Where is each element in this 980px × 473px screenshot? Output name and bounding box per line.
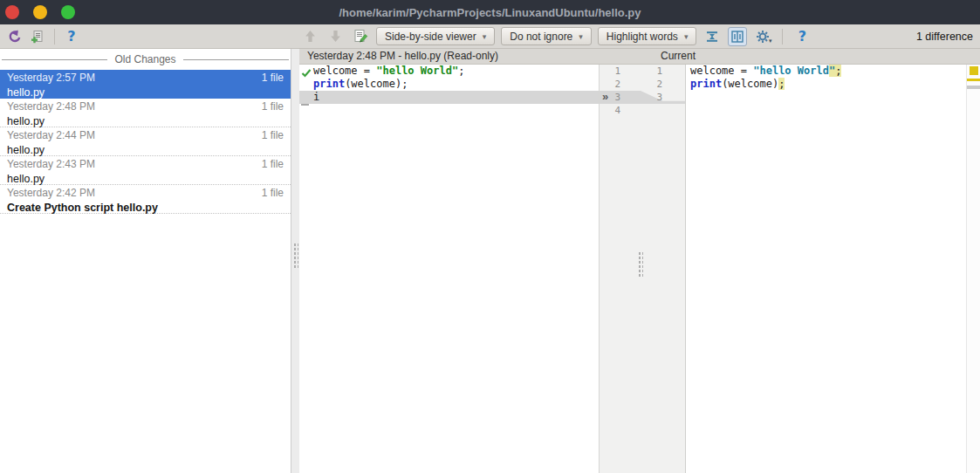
help-icon[interactable]: ? bbox=[62, 27, 81, 46]
inspection-status-icon[interactable] bbox=[970, 66, 978, 75]
chevron-down-icon: ▾ bbox=[579, 32, 583, 41]
code-token: ; bbox=[835, 65, 841, 77]
panel-splitter[interactable] bbox=[291, 49, 299, 473]
applied-check-icon bbox=[301, 66, 312, 82]
history-item-row: Yesterday 2:48 PM1 file bbox=[7, 100, 284, 113]
toolbar-separator bbox=[782, 29, 783, 45]
create-patch-icon[interactable] bbox=[28, 27, 47, 46]
right-line-numbers: 123 bbox=[641, 65, 662, 104]
chevron-down-icon: ▾ bbox=[684, 32, 689, 41]
next-difference-icon[interactable] bbox=[326, 27, 345, 46]
history-item-file-count: 1 file bbox=[262, 100, 284, 113]
diff-viewer: Yesterday 2:48 PM - hello.py (Read-only)… bbox=[299, 49, 980, 473]
maximize-window-button[interactable] bbox=[61, 5, 75, 19]
line-number: 2 bbox=[600, 78, 620, 91]
history-item-file-count: 1 file bbox=[262, 129, 284, 141]
old-changes-header-label: Old Changes bbox=[114, 53, 175, 65]
code-token: i bbox=[313, 91, 319, 103]
history-item[interactable]: Yesterday 2:44 PM1 filehello.py bbox=[0, 127, 291, 156]
history-item[interactable]: Yesterday 2:42 PM1 fileCreate Python scr… bbox=[0, 185, 291, 214]
synchronize-scrolling-toggle[interactable] bbox=[728, 27, 747, 46]
settings-gear-icon[interactable]: ▾ bbox=[753, 27, 772, 46]
right-code: welcome = "hello World";print(welcome); bbox=[686, 65, 966, 104]
error-stripe[interactable] bbox=[966, 65, 980, 473]
code-line: welcome = "hello World"; bbox=[299, 65, 599, 78]
difference-count-label: 1 difference bbox=[916, 31, 973, 43]
line-number: 4 bbox=[600, 104, 620, 117]
code-token: "hello World bbox=[753, 65, 829, 77]
splitter-grip-icon[interactable] bbox=[638, 251, 643, 278]
collapse-unchanged-icon[interactable] bbox=[702, 27, 722, 46]
highlight-mode-dropdown[interactable]: Highlight words ▾ bbox=[598, 27, 697, 45]
history-item-name: Create Python script hello.py bbox=[7, 202, 158, 214]
code-line bbox=[686, 91, 966, 104]
diff-right-pane[interactable]: welcome = "hello World";print(welcome); bbox=[686, 65, 966, 473]
chevron-down-icon: ▾ bbox=[769, 38, 772, 45]
line-number: 1 bbox=[641, 65, 662, 78]
history-item-name: hello.py bbox=[7, 86, 45, 99]
diff-left-pane[interactable]: welcome = "hello World";print(welcome);i bbox=[299, 65, 599, 473]
code-line: welcome = "hello World"; bbox=[686, 65, 966, 78]
left-code: welcome = "hello World";print(welcome);i bbox=[299, 65, 599, 117]
whitespace-policy-dropdown[interactable]: Do not ignore ▾ bbox=[501, 27, 592, 45]
code-token: ; bbox=[778, 78, 785, 90]
history-item-name: hello.py bbox=[7, 115, 45, 127]
window-title: /home/karim/PycharmProjects/LinuxandUbun… bbox=[0, 6, 980, 19]
history-item-row: Yesterday 2:43 PM1 file bbox=[7, 158, 284, 170]
code-token: welcome = bbox=[690, 65, 753, 77]
code-line: i bbox=[299, 91, 599, 104]
code-token: (welcome) bbox=[722, 78, 778, 90]
code-token: (welcome); bbox=[345, 78, 408, 90]
code-token: welcome = bbox=[313, 65, 376, 77]
history-item[interactable]: Yesterday 2:57 PM1 filehello.py bbox=[0, 70, 291, 99]
splitter-grip-icon bbox=[293, 243, 298, 269]
help-icon[interactable]: ? bbox=[792, 27, 812, 46]
history-item-file-count: 1 file bbox=[262, 72, 284, 84]
toolbar-separator bbox=[54, 29, 55, 45]
code-line: print(welcome); bbox=[299, 78, 599, 91]
history-item-time: Yesterday 2:43 PM bbox=[7, 158, 95, 170]
close-window-button[interactable] bbox=[5, 5, 19, 19]
history-item-file-count: 1 file bbox=[262, 158, 284, 170]
diff-right-title: Current bbox=[661, 50, 696, 62]
history-item-row: Yesterday 2:57 PM1 file bbox=[7, 72, 284, 84]
code-token: ; bbox=[458, 65, 464, 77]
old-changes-header: Old Changes bbox=[0, 49, 291, 70]
code-token: "hello World" bbox=[376, 65, 458, 77]
whitespace-policy-dropdown-label: Do not ignore bbox=[510, 31, 572, 43]
history-item-file-count: 1 file bbox=[262, 187, 284, 199]
history-item-name: hello.py bbox=[7, 173, 45, 185]
code-token: print bbox=[690, 78, 722, 90]
line-number: 3 bbox=[641, 91, 662, 104]
revert-icon[interactable] bbox=[5, 27, 24, 46]
history-item-time: Yesterday 2:57 PM bbox=[7, 72, 95, 84]
line-number: 1 bbox=[600, 65, 620, 78]
line-number: 2 bbox=[641, 78, 662, 91]
main-area: Old Changes Yesterday 2:57 PM1 filehello… bbox=[0, 49, 980, 473]
code-line: print(welcome); bbox=[686, 78, 966, 91]
warning-marker[interactable] bbox=[967, 79, 980, 81]
history-item-time: Yesterday 2:44 PM bbox=[7, 129, 95, 141]
diff-titles-bar: Yesterday 2:48 PM - hello.py (Read-only)… bbox=[299, 49, 980, 65]
highlight-mode-dropdown-label: Highlight words bbox=[607, 31, 678, 43]
history-item[interactable]: Yesterday 2:43 PM1 filehello.py bbox=[0, 156, 291, 185]
titlebar: /home/karim/PycharmProjects/LinuxandUbun… bbox=[0, 0, 980, 24]
minimize-window-button[interactable] bbox=[33, 5, 47, 19]
viewer-type-dropdown-label: Side-by-side viewer bbox=[385, 31, 476, 43]
diff-left-title: Yesterday 2:48 PM - hello.py (Read-only) bbox=[307, 50, 498, 62]
history-item-time: Yesterday 2:42 PM bbox=[7, 187, 95, 199]
history-item-row: Yesterday 2:42 PM1 file bbox=[7, 187, 284, 199]
viewer-type-dropdown[interactable]: Side-by-side viewer ▾ bbox=[376, 27, 495, 45]
history-panel: Old Changes Yesterday 2:57 PM1 filehello… bbox=[0, 49, 291, 473]
history-item[interactable]: Yesterday 2:48 PM1 filehello.py bbox=[0, 99, 291, 127]
change-chevron-icon: » bbox=[602, 91, 608, 104]
window-controls bbox=[5, 5, 75, 19]
history-item-name: hello.py bbox=[7, 144, 45, 156]
change-marker[interactable] bbox=[967, 86, 980, 89]
code-token: print bbox=[313, 78, 345, 90]
toolbar: ? Side-by-side viewer ▾ bbox=[0, 24, 980, 49]
previous-difference-icon[interactable] bbox=[300, 27, 319, 46]
edit-source-icon[interactable] bbox=[351, 27, 370, 46]
history-item-row: Yesterday 2:44 PM1 file bbox=[7, 129, 284, 141]
history-list: Yesterday 2:57 PM1 filehello.pyYesterday… bbox=[0, 70, 291, 214]
